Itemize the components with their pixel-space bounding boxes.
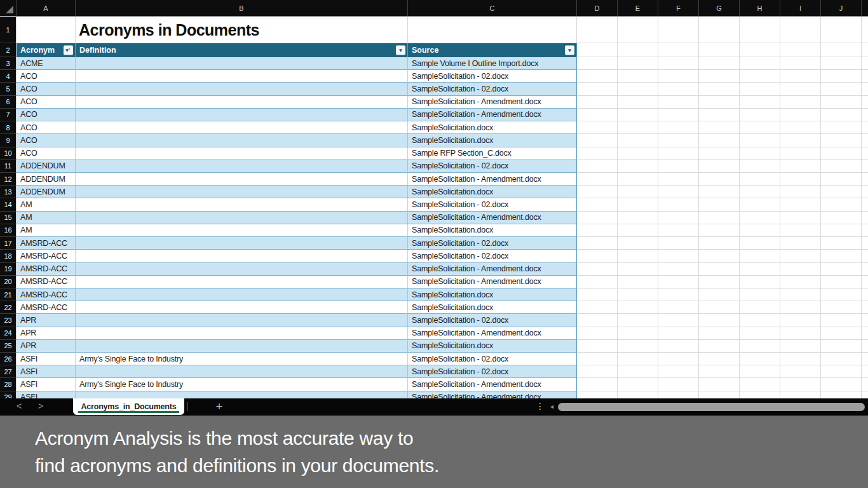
row-header[interactable]: 10: [0, 147, 17, 160]
cell-source[interactable]: SampleSolicitation - Amendment.docx: [408, 391, 577, 398]
row-header[interactable]: 20: [0, 276, 17, 288]
empty-cells[interactable]: [577, 353, 868, 365]
empty-cells[interactable]: [577, 96, 868, 109]
row-header[interactable]: 15: [0, 212, 17, 224]
row-header[interactable]: 29: [0, 391, 17, 398]
header-cell-acronym[interactable]: Acronym ▾↑: [17, 43, 76, 57]
empty-cells[interactable]: [577, 378, 868, 391]
row-header[interactable]: 23: [0, 314, 17, 327]
cell-source[interactable]: SampleSolicitation - Amendment.docx: [408, 96, 577, 109]
cell-definition[interactable]: [76, 186, 408, 198]
empty-cells[interactable]: [577, 83, 868, 95]
cell-source[interactable]: SampleSolicitation.docx: [408, 134, 577, 147]
sheet-tab-acronyms-in-documents[interactable]: Acronyms_in_Documents: [73, 398, 184, 415]
cell-acronym[interactable]: ACO: [17, 96, 76, 109]
cell-definition[interactable]: [76, 70, 408, 83]
row-header[interactable]: 4: [0, 70, 17, 83]
column-header-C[interactable]: C: [408, 0, 577, 16]
row-header[interactable]: 12: [0, 173, 17, 186]
row-header[interactable]: 24: [0, 327, 17, 340]
cell-definition[interactable]: [76, 250, 408, 262]
cell-acronym[interactable]: ACME: [17, 57, 76, 70]
cell-acronym[interactable]: AMSRD-ACC: [17, 301, 76, 314]
cell-definition[interactable]: [76, 83, 408, 95]
cell-definition[interactable]: [76, 121, 408, 134]
empty-cells[interactable]: [577, 121, 868, 134]
sort-filter-button-acronym[interactable]: ▾↑: [64, 46, 73, 55]
cell-definition[interactable]: [76, 327, 408, 340]
cell-definition[interactable]: [76, 288, 408, 301]
cell-definition[interactable]: [76, 314, 408, 327]
cell-acronym[interactable]: ASFI: [17, 391, 76, 398]
empty-cells[interactable]: [577, 365, 868, 378]
empty-cells[interactable]: [577, 212, 868, 224]
row-header[interactable]: 2: [0, 43, 17, 57]
cell-acronym[interactable]: ACO: [17, 109, 76, 121]
empty-cells[interactable]: [577, 263, 868, 276]
header-cell-definition[interactable]: Definition ▾: [76, 43, 408, 57]
cell-definition[interactable]: [76, 57, 408, 70]
row-header[interactable]: 9: [0, 134, 17, 147]
cell-acronym[interactable]: ACO: [17, 121, 76, 134]
cell-source[interactable]: SampleSolicitation - 02.docx: [408, 160, 577, 173]
cell-definition[interactable]: [76, 365, 408, 378]
cell-acronym[interactable]: APR: [17, 340, 76, 353]
cell-source[interactable]: SampleSolicitation - 02.docx: [408, 365, 577, 378]
column-header-D[interactable]: D: [577, 0, 618, 16]
empty-cells[interactable]: [577, 147, 868, 160]
cell-definition[interactable]: [76, 147, 408, 160]
column-header-I[interactable]: I: [780, 0, 821, 16]
cell-source[interactable]: SampleSolicitation - Amendment.docx: [408, 173, 577, 186]
row-header[interactable]: 18: [0, 250, 17, 262]
column-header-G[interactable]: G: [699, 0, 740, 16]
empty-cells[interactable]: [577, 276, 868, 288]
cell-acronym[interactable]: AMSRD-ACC: [17, 276, 76, 288]
cell-definition[interactable]: [76, 173, 408, 186]
prev-sheet-icon[interactable]: <: [14, 401, 24, 411]
row-header[interactable]: 21: [0, 288, 17, 301]
row-header[interactable]: 16: [0, 224, 17, 237]
empty-cells[interactable]: [577, 57, 868, 70]
row-header[interactable]: 22: [0, 301, 17, 314]
row-header[interactable]: 6: [0, 96, 17, 109]
column-header-H[interactable]: H: [740, 0, 780, 16]
cell-acronym[interactable]: ADDENDUM: [17, 186, 76, 198]
cell-source[interactable]: SampleSolicitation.docx: [408, 186, 577, 198]
horizontal-scrollbar-thumb[interactable]: [558, 403, 865, 411]
empty-cells[interactable]: [577, 327, 868, 340]
row-header[interactable]: 11: [0, 160, 17, 173]
row-header[interactable]: 3: [0, 57, 17, 70]
cell-definition[interactable]: [76, 96, 408, 109]
cell-definition[interactable]: [76, 340, 408, 353]
cell-acronym[interactable]: ASFI: [17, 365, 76, 378]
column-header-J[interactable]: J: [821, 0, 862, 16]
cell-definition[interactable]: [76, 212, 408, 224]
next-sheet-icon[interactable]: >: [36, 401, 46, 411]
cell-source[interactable]: Sample RFP Section_C.docx: [408, 147, 577, 160]
cell-acronym[interactable]: ASFI: [17, 378, 76, 391]
more-menu-icon[interactable]: ⋮: [536, 401, 545, 411]
cell-c1[interactable]: [408, 17, 577, 43]
cell-acronym[interactable]: AMSRD-ACC: [17, 263, 76, 276]
cell-source[interactable]: SampleSolicitation - 02.docx: [408, 198, 577, 211]
cell-definition[interactable]: [76, 109, 408, 121]
cell-source[interactable]: SampleSolicitation - 02.docx: [408, 353, 577, 365]
empty-cells[interactable]: [577, 173, 868, 186]
row-header[interactable]: 25: [0, 340, 17, 353]
select-all-corner[interactable]: [0, 0, 17, 16]
cell-source[interactable]: Sample Volume I Outline Import.docx: [408, 57, 577, 70]
empty-cells[interactable]: [577, 224, 868, 237]
row-header[interactable]: 8: [0, 121, 17, 134]
row-header[interactable]: 19: [0, 263, 17, 276]
row-header[interactable]: 26: [0, 353, 17, 365]
empty-cells[interactable]: [577, 109, 868, 121]
empty-cells[interactable]: [577, 250, 868, 262]
cell-source[interactable]: SampleSolicitation.docx: [408, 288, 577, 301]
cell-source[interactable]: SampleSolicitation - Amendment.docx: [408, 327, 577, 340]
cell-acronym[interactable]: ACO: [17, 134, 76, 147]
cell-definition[interactable]: [76, 224, 408, 237]
cell-source[interactable]: SampleSolicitation - Amendment.docx: [408, 276, 577, 288]
row-header[interactable]: 14: [0, 198, 17, 211]
empty-cells[interactable]: [577, 70, 868, 83]
cell-acronym[interactable]: APR: [17, 314, 76, 327]
